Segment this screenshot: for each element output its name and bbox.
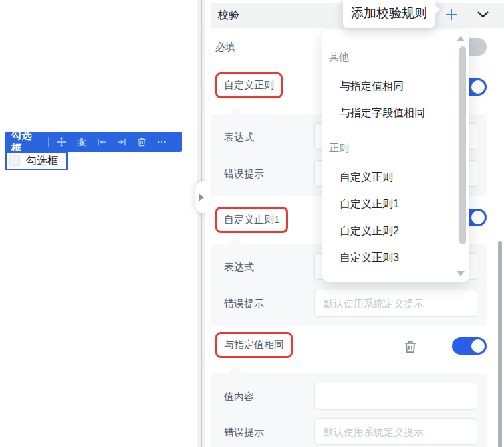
dropdown-item[interactable]: 自定义正则3 xyxy=(322,244,469,271)
toolbar-divider xyxy=(48,137,49,147)
rule2-expression-label: 表达式 xyxy=(224,261,254,274)
add-validation-rule-button[interactable] xyxy=(443,7,459,23)
required-label: 必填 xyxy=(215,41,235,54)
rule2-error-label: 错误提示 xyxy=(224,298,264,310)
rule2-highlight-box: 自定义正则1 xyxy=(215,207,288,233)
dropdown-group-label: 正则 xyxy=(322,126,469,164)
tooltip-text: 添加校验规则 xyxy=(351,5,427,22)
collapse-arrow-icon xyxy=(199,193,204,201)
rule1-label: 自定义正则 xyxy=(224,79,274,92)
rule3-value-input[interactable] xyxy=(314,383,477,410)
toggle-knob xyxy=(471,339,485,353)
panel-divider-line xyxy=(201,0,202,447)
move-to-first-icon[interactable] xyxy=(96,137,108,148)
dropdown-item[interactable]: 自定义正则2 xyxy=(322,217,469,244)
dropdown-scroll-down-icon[interactable] xyxy=(457,271,465,276)
rule1-error-label: 错误提示 xyxy=(224,168,264,181)
delete-trash-icon[interactable] xyxy=(136,137,147,148)
component-toolbar: 勾选框 xyxy=(5,132,182,152)
rule1-expression-label: 表达式 xyxy=(224,131,254,144)
dropdown-scroll-up-icon[interactable] xyxy=(457,36,465,41)
dropdown-item[interactable]: 与指定字段值相同 xyxy=(322,100,469,126)
move-icon[interactable] xyxy=(56,137,68,148)
rule2-error-input[interactable] xyxy=(314,290,477,317)
panel-scrollbar-thumb[interactable] xyxy=(498,241,502,447)
dropdown-group-label: 其他 xyxy=(322,35,469,73)
dropdown-item[interactable]: 与指定值相同 xyxy=(322,73,469,100)
checkbox-component[interactable]: 勾选框 xyxy=(5,151,68,170)
dropdown-item[interactable]: 自定义正则 xyxy=(322,164,469,191)
collapse-section-chevron-icon[interactable] xyxy=(475,8,490,21)
rule3-label: 与指定值相同 xyxy=(224,339,284,351)
add-rule-tooltip: 添加校验规则 xyxy=(343,0,435,28)
toggle-knob xyxy=(471,80,485,94)
validation-dropdown-list: 其他与指定值相同与指定字段值相同正则自定义正则自定义正则1自定义正则2自定义正则… xyxy=(322,35,469,271)
more-options-icon[interactable] xyxy=(156,137,167,148)
rule3-highlight-box: 与指定值相同 xyxy=(215,332,293,358)
checkbox-input[interactable] xyxy=(9,155,20,166)
panel-collapse-handle[interactable] xyxy=(195,181,210,213)
validation-rules-dropdown: 其他与指定值相同与指定字段值相同正则自定义正则自定义正则1自定义正则2自定义正则… xyxy=(322,30,469,282)
rule3-toggle[interactable] xyxy=(452,337,487,355)
dropdown-scrollbar-thumb[interactable] xyxy=(459,46,466,244)
rule1-highlight-box: 自定义正则 xyxy=(215,72,283,98)
rule3-delete-trash-icon[interactable] xyxy=(403,339,419,356)
dropdown-item[interactable]: 自定义正则1 xyxy=(322,191,469,217)
debug-bug-icon[interactable] xyxy=(76,137,88,148)
validation-section-title: 校验 xyxy=(218,9,239,23)
rule2-label: 自定义正则1 xyxy=(224,213,279,226)
move-to-last-icon[interactable] xyxy=(116,137,128,148)
checkbox-label: 勾选框 xyxy=(26,154,58,168)
rule3-error-input[interactable] xyxy=(314,418,477,445)
rule3-error-label: 错误提示 xyxy=(224,426,264,439)
form-builder-screen: 勾选框 勾选框 校验 xyxy=(0,0,504,447)
rule3-value-label: 值内容 xyxy=(224,391,254,404)
toggle-knob xyxy=(471,211,485,224)
